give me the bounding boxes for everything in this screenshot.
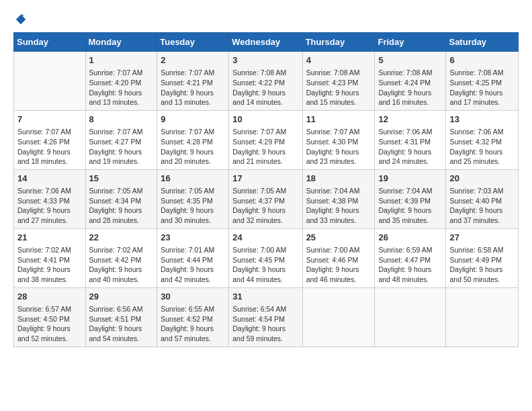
daylight-text: Daylight: 9 hours and 54 minutes.: [89, 324, 154, 343]
calendar-cell: 16 Sunrise: 7:05 AM Sunset: 4:35 PM Dayl…: [157, 169, 229, 228]
daylight-text: Daylight: 9 hours and 57 minutes.: [161, 324, 225, 343]
cell-content: Sunrise: 7:05 AM Sunset: 4:35 PM Dayligh…: [161, 186, 225, 226]
calendar-cell: 25 Sunrise: 7:00 AM Sunset: 4:46 PM Dayl…: [302, 228, 375, 287]
daylight-text: Daylight: 9 hours and 33 minutes.: [306, 205, 371, 225]
day-number: 5: [378, 54, 442, 66]
col-header-wednesday: Wednesday: [229, 33, 302, 52]
cell-content: Sunrise: 7:00 AM Sunset: 4:45 PM Dayligh…: [232, 245, 298, 285]
cell-content: Sunrise: 7:06 AM Sunset: 4:31 PM Dayligh…: [378, 127, 442, 167]
calendar-cell: 19 Sunrise: 7:04 AM Sunset: 4:39 PM Dayl…: [375, 169, 446, 228]
day-number: 26: [378, 232, 442, 244]
calendar-cell: 22 Sunrise: 7:02 AM Sunset: 4:42 PM Dayl…: [85, 228, 157, 287]
day-number: 3: [232, 54, 298, 66]
calendar-cell: 30 Sunrise: 6:55 AM Sunset: 4:52 PM Dayl…: [157, 287, 229, 347]
daylight-text: Daylight: 9 hours and 17 minutes.: [449, 88, 515, 107]
cell-content: Sunrise: 7:03 AM Sunset: 4:40 PM Dayligh…: [449, 186, 515, 226]
day-number: 17: [232, 173, 298, 185]
daylight-text: Daylight: 9 hours and 14 minutes.: [232, 88, 298, 107]
sunset-text: Sunset: 4:54 PM: [232, 314, 298, 324]
day-number: 28: [17, 291, 82, 303]
daylight-text: Daylight: 9 hours and 59 minutes.: [232, 324, 298, 343]
sunrise-text: Sunrise: 7:08 AM: [232, 68, 298, 78]
sunset-text: Sunset: 4:39 PM: [378, 196, 442, 206]
cell-content: Sunrise: 7:08 AM Sunset: 4:25 PM Dayligh…: [449, 68, 515, 107]
daylight-text: Daylight: 9 hours and 13 minutes.: [89, 88, 154, 107]
sunrise-text: Sunrise: 7:00 AM: [306, 245, 371, 255]
calendar-cell: 13 Sunrise: 7:06 AM Sunset: 4:32 PM Dayl…: [446, 110, 519, 169]
day-number: 8: [89, 113, 154, 126]
day-number: 21: [17, 232, 82, 244]
col-header-friday: Friday: [375, 33, 446, 52]
logo: [13, 13, 27, 26]
sunset-text: Sunset: 4:41 PM: [17, 255, 82, 265]
sunset-text: Sunset: 4:44 PM: [161, 255, 225, 265]
day-number: 25: [306, 232, 371, 244]
calendar-table: SundayMondayTuesdayWednesdayThursdayFrid…: [13, 32, 519, 347]
sunset-text: Sunset: 4:37 PM: [232, 196, 298, 206]
daylight-text: Daylight: 9 hours and 25 minutes.: [449, 147, 515, 167]
day-number: 9: [161, 113, 225, 126]
sunset-text: Sunset: 4:32 PM: [449, 137, 515, 147]
calendar-cell: 24 Sunrise: 7:00 AM Sunset: 4:45 PM Dayl…: [229, 228, 302, 287]
cell-content: Sunrise: 7:04 AM Sunset: 4:38 PM Dayligh…: [306, 186, 371, 226]
day-number: 1: [89, 54, 154, 66]
daylight-text: Daylight: 9 hours and 28 minutes.: [89, 205, 154, 225]
daylight-text: Daylight: 9 hours and 48 minutes.: [378, 265, 442, 284]
daylight-text: Daylight: 9 hours and 35 minutes.: [378, 205, 442, 225]
calendar-cell: [14, 52, 86, 111]
sunrise-text: Sunrise: 7:04 AM: [378, 186, 442, 196]
day-number: 16: [161, 173, 225, 185]
sunrise-text: Sunrise: 7:07 AM: [306, 127, 371, 137]
day-number: 18: [306, 173, 371, 185]
sunset-text: Sunset: 4:26 PM: [17, 137, 82, 147]
calendar-cell: 31 Sunrise: 6:54 AM Sunset: 4:54 PM Dayl…: [229, 287, 302, 347]
calendar-cell: 7 Sunrise: 7:07 AM Sunset: 4:26 PM Dayli…: [14, 110, 86, 169]
cell-content: Sunrise: 7:07 AM Sunset: 4:30 PM Dayligh…: [306, 127, 371, 167]
sunset-text: Sunset: 4:33 PM: [17, 196, 82, 206]
sunset-text: Sunset: 4:51 PM: [89, 314, 154, 324]
daylight-text: Daylight: 9 hours and 52 minutes.: [17, 324, 82, 343]
daylight-text: Daylight: 9 hours and 21 minutes.: [232, 147, 298, 167]
sunrise-text: Sunrise: 7:06 AM: [378, 127, 442, 137]
cell-content: Sunrise: 7:07 AM Sunset: 4:20 PM Dayligh…: [89, 68, 154, 107]
cell-content: Sunrise: 7:05 AM Sunset: 4:37 PM Dayligh…: [232, 186, 298, 226]
cell-content: Sunrise: 7:02 AM Sunset: 4:42 PM Dayligh…: [89, 245, 154, 285]
calendar-cell: [375, 287, 446, 347]
sunrise-text: Sunrise: 7:02 AM: [89, 245, 154, 255]
sunset-text: Sunset: 4:24 PM: [378, 78, 442, 88]
sunset-text: Sunset: 4:45 PM: [232, 255, 298, 265]
calendar-cell: 28 Sunrise: 6:57 AM Sunset: 4:50 PM Dayl…: [14, 287, 86, 347]
cell-content: Sunrise: 7:08 AM Sunset: 4:22 PM Dayligh…: [232, 68, 298, 107]
sunset-text: Sunset: 4:38 PM: [306, 196, 371, 206]
cell-content: Sunrise: 6:56 AM Sunset: 4:51 PM Dayligh…: [89, 304, 154, 344]
cell-content: Sunrise: 7:07 AM Sunset: 4:26 PM Dayligh…: [17, 127, 82, 167]
sunrise-text: Sunrise: 6:55 AM: [161, 304, 225, 314]
daylight-text: Daylight: 9 hours and 32 minutes.: [232, 205, 298, 225]
cell-content: Sunrise: 7:06 AM Sunset: 4:32 PM Dayligh…: [449, 127, 515, 167]
calendar-cell: 1 Sunrise: 7:07 AM Sunset: 4:20 PM Dayli…: [85, 52, 157, 111]
day-number: 11: [306, 113, 371, 126]
sunrise-text: Sunrise: 7:07 AM: [161, 68, 225, 78]
sunrise-text: Sunrise: 7:08 AM: [306, 68, 371, 78]
cell-content: Sunrise: 7:06 AM Sunset: 4:33 PM Dayligh…: [17, 186, 82, 226]
sunrise-text: Sunrise: 7:07 AM: [89, 127, 154, 137]
sunrise-text: Sunrise: 6:54 AM: [232, 304, 298, 314]
calendar-cell: 12 Sunrise: 7:06 AM Sunset: 4:31 PM Dayl…: [375, 110, 446, 169]
calendar-cell: 27 Sunrise: 6:58 AM Sunset: 4:49 PM Dayl…: [446, 228, 519, 287]
sunset-text: Sunset: 4:20 PM: [89, 78, 154, 88]
sunrise-text: Sunrise: 7:05 AM: [89, 186, 154, 196]
cell-content: Sunrise: 7:07 AM Sunset: 4:29 PM Dayligh…: [232, 127, 298, 167]
calendar-cell: 23 Sunrise: 7:01 AM Sunset: 4:44 PM Dayl…: [157, 228, 229, 287]
cell-content: Sunrise: 6:55 AM Sunset: 4:52 PM Dayligh…: [161, 304, 225, 344]
col-header-sunday: Sunday: [14, 33, 86, 52]
sunset-text: Sunset: 4:21 PM: [161, 78, 225, 88]
daylight-text: Daylight: 9 hours and 23 minutes.: [306, 147, 371, 167]
sunrise-text: Sunrise: 7:07 AM: [89, 68, 154, 78]
day-number: 29: [89, 291, 154, 303]
day-number: 22: [89, 232, 154, 244]
sunset-text: Sunset: 4:31 PM: [378, 137, 442, 147]
sunset-text: Sunset: 4:25 PM: [449, 78, 515, 88]
sunrise-text: Sunrise: 7:08 AM: [378, 68, 442, 78]
col-header-saturday: Saturday: [446, 33, 519, 52]
calendar-cell: 18 Sunrise: 7:04 AM Sunset: 4:38 PM Dayl…: [302, 169, 375, 228]
